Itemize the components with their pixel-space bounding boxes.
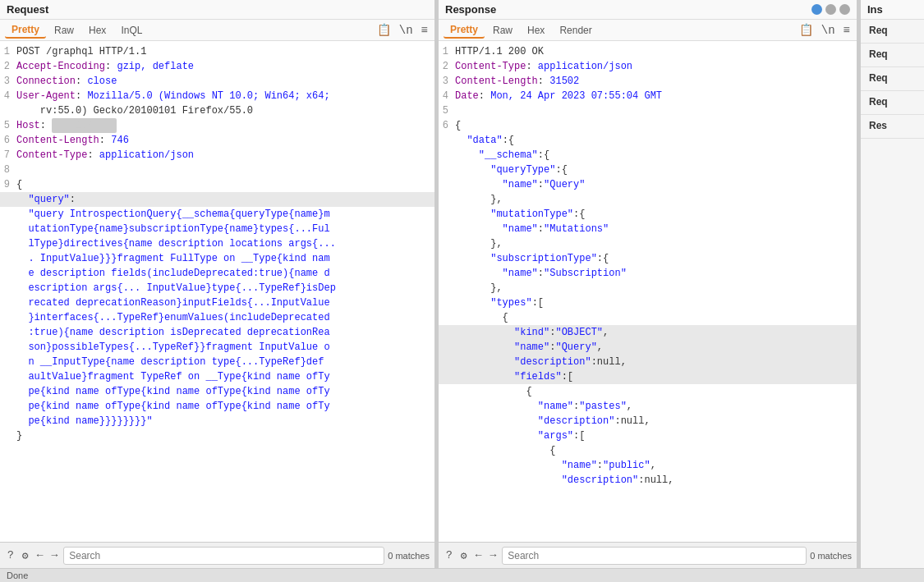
code-line: 5: [439, 103, 857, 118]
search-input-response[interactable]: [502, 547, 807, 565]
code-line: },: [439, 281, 857, 296]
tab-raw-response[interactable]: Raw: [486, 23, 519, 38]
help-icon-request[interactable]: ?: [5, 548, 16, 562]
tab-render-response[interactable]: Render: [553, 23, 598, 38]
code-line: "description":null,: [439, 473, 857, 488]
code-line: "types":[: [439, 296, 857, 310]
request-header: Request: [0, 0, 434, 20]
code-line: . InputValue}}}fragment FullType on __Ty…: [0, 251, 434, 266]
copy-icon-response[interactable]: 📋: [798, 21, 815, 39]
code-line: "description":null,: [439, 355, 857, 369]
code-line: "name":"Query": [439, 177, 857, 192]
settings-icon-request[interactable]: ⚙: [20, 548, 31, 563]
tab-pretty-request[interactable]: Pretty: [5, 22, 46, 39]
code-line: 6 {: [439, 118, 857, 133]
code-line: 5 Host: 1.4: [0, 118, 434, 133]
code-line: rv:55.0) Gecko/20100101 Firefox/55.0: [0, 103, 434, 118]
code-line: 2 Content-Type: application/json: [439, 59, 857, 74]
inspector-item-5[interactable]: Res: [861, 115, 924, 139]
request-title: Request: [7, 3, 48, 16]
code-line: 3 Content-Length: 31502: [439, 74, 857, 89]
window-buttons: [811, 4, 850, 15]
inspector-item-3[interactable]: Req: [861, 67, 924, 91]
status-bar: Done: [0, 568, 924, 582]
request-toolbar-icons: 📋 \n ≡: [375, 21, 430, 39]
wbtn-gray2[interactable]: [839, 4, 850, 15]
code-line: {: [439, 310, 857, 325]
code-line: escription args{... InputValue}type{...T…: [0, 281, 434, 296]
inspector-panel: Ins Req Req Req Req Res: [861, 0, 924, 568]
code-line: "name":"pastes",: [439, 399, 857, 414]
search-input-request[interactable]: [63, 547, 384, 565]
code-line: "subscriptionType":{: [439, 251, 857, 266]
code-line: 1 HTTP/1.1 200 OK: [439, 44, 857, 59]
code-line: "name":"public",: [439, 458, 857, 473]
code-line: pe{kind name}}}}}}}}": [0, 414, 434, 428]
code-line: "mutationType":{: [439, 207, 857, 222]
code-line: 9 {: [0, 177, 434, 192]
code-line: "queryType":{: [439, 163, 857, 177]
code-line: n __InputType{name description type{...T…: [0, 355, 434, 369]
response-panel: Response Pretty Raw Hex Render 📋 \n ≡ 1: [439, 0, 857, 568]
response-title: Response: [445, 3, 496, 16]
code-line: 1 POST /graphql HTTP/1.1: [0, 44, 434, 59]
response-header: Response: [439, 0, 857, 20]
help-icon-response[interactable]: ?: [444, 548, 455, 562]
request-bottom-bar: ? ⚙ ← → 0 matches: [0, 542, 434, 568]
wbtn-gray1[interactable]: [825, 4, 836, 15]
response-content: 1 HTTP/1.1 200 OK 2 Content-Type: applic…: [439, 41, 857, 542]
code-line: 2 Accept-Encoding: gzip, deflate: [0, 59, 434, 74]
wrap-icon-response[interactable]: \n: [820, 22, 837, 39]
code-line: "fields":[: [439, 369, 857, 384]
code-line: "data":{: [439, 133, 857, 148]
code-line: "description":null,: [439, 414, 857, 428]
code-line: 4 Date: Mon, 24 Apr 2023 07:55:04 GMT: [439, 89, 857, 103]
menu-icon-response[interactable]: ≡: [842, 22, 852, 39]
wbtn-blue[interactable]: [811, 4, 822, 15]
back-icon-response[interactable]: ←: [473, 548, 485, 562]
tab-pretty-response[interactable]: Pretty: [444, 22, 485, 39]
code-line: }interfaces{...TypeRef}enumValues(includ…: [0, 310, 434, 325]
forward-icon-request[interactable]: →: [48, 548, 60, 562]
code-line: "query IntrospectionQuery{__schema{query…: [0, 207, 434, 222]
code-line: 8: [0, 163, 434, 177]
request-content: 1 POST /graphql HTTP/1.1 2 Accept-Encodi…: [0, 41, 434, 542]
code-line: e description fields(includeDeprecated:t…: [0, 266, 434, 281]
match-count-request: 0 matches: [388, 551, 430, 561]
response-tab-bar: Pretty Raw Hex Render 📋 \n ≡: [439, 20, 857, 41]
code-line: 7 Content-Type: application/json: [0, 148, 434, 163]
match-count-response: 0 matches: [810, 551, 852, 561]
code-line: recated deprecationReason}inputFields{..…: [0, 296, 434, 310]
code-line: "__schema":{: [439, 148, 857, 163]
forward-icon-response[interactable]: →: [487, 548, 499, 562]
response-toolbar-icons: 📋 \n ≡: [798, 21, 852, 39]
settings-icon-response[interactable]: ⚙: [458, 548, 470, 563]
inspector-item-2[interactable]: Req: [861, 44, 924, 67]
menu-icon-request[interactable]: ≡: [420, 22, 430, 39]
tab-hex-response[interactable]: Hex: [521, 23, 551, 38]
tab-raw-request[interactable]: Raw: [48, 23, 80, 38]
inspector-item-1[interactable]: Req: [861, 20, 924, 44]
code-line: 3 Connection: close: [0, 74, 434, 89]
code-line: "name":"Query",: [439, 340, 857, 355]
inspector-item-4[interactable]: Req: [861, 91, 924, 115]
code-line: }: [0, 428, 434, 443]
tab-hex-request[interactable]: Hex: [82, 23, 113, 38]
copy-icon-request[interactable]: 📋: [375, 21, 393, 39]
code-line: "query":: [0, 192, 434, 207]
code-line: lType}directives{name description locati…: [0, 236, 434, 251]
code-line: aultValue}fragment TypeRef on __Type{kin…: [0, 369, 434, 384]
wrap-icon-request[interactable]: \n: [398, 22, 415, 39]
code-line: "kind":"OBJECT",: [439, 325, 857, 340]
code-line: pe{kind name ofType{kind name ofType{kin…: [0, 384, 434, 399]
code-line: },: [439, 192, 857, 207]
tab-inql-request[interactable]: InQL: [114, 23, 149, 38]
code-line: 4 User-Agent: Mozilla/5.0 (Windows NT 10…: [0, 89, 434, 103]
inspector-title: Ins: [861, 0, 924, 20]
code-line: 6 Content-Length: 746: [0, 133, 434, 148]
code-line: pe{kind name ofType{kind name ofType{kin…: [0, 399, 434, 414]
request-tab-bar: Pretty Raw Hex InQL 📋 \n ≡: [0, 20, 434, 41]
code-line: },: [439, 236, 857, 251]
code-line: "name":"Subscription": [439, 266, 857, 281]
back-icon-request[interactable]: ←: [34, 548, 46, 562]
